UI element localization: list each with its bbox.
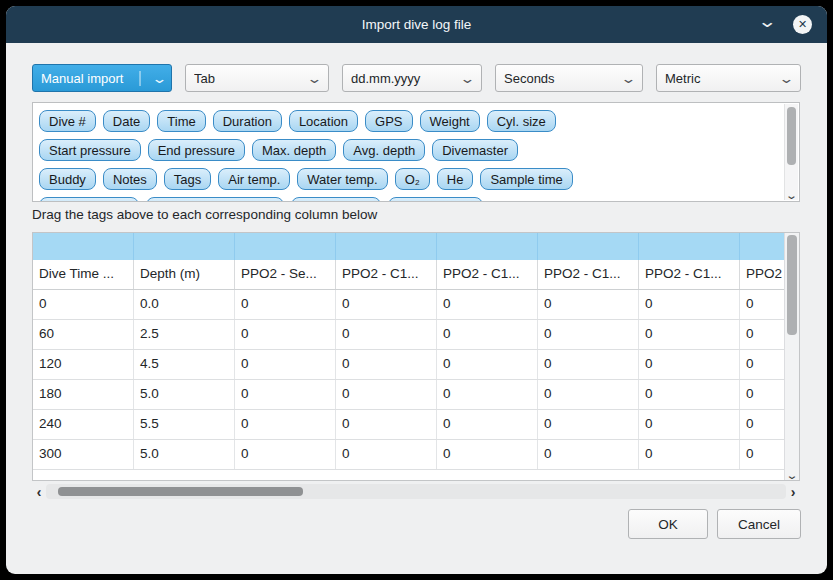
column-header: PPO2 - C1... bbox=[336, 260, 437, 289]
chevron-down-icon: ⌄ bbox=[139, 71, 167, 86]
horizontal-scrollbar-thumb[interactable] bbox=[58, 487, 303, 496]
tag-chip[interactable]: Location bbox=[289, 110, 358, 132]
table-cell: 300 bbox=[33, 440, 134, 469]
table-row[interactable]: 602.5000000 bbox=[33, 320, 784, 350]
scroll-down-icon[interactable]: ⌄ bbox=[782, 469, 802, 481]
import-mode-value: Manual import bbox=[41, 71, 137, 86]
table-row[interactable]: 1204.5000000 bbox=[33, 350, 784, 380]
tag-chip[interactable]: Sample CNS bbox=[388, 197, 483, 201]
table-cell: 0 bbox=[740, 350, 784, 379]
tag-chip[interactable]: Cyl. size bbox=[487, 110, 556, 132]
table-cell: 180 bbox=[33, 380, 134, 409]
table-cell: 120 bbox=[33, 350, 134, 379]
drop-target-cell[interactable] bbox=[134, 233, 235, 260]
tag-chip[interactable]: Divemaster bbox=[432, 139, 518, 161]
table-scrollbar[interactable]: ⌄ bbox=[784, 233, 799, 480]
table-scrollbar-thumb[interactable] bbox=[787, 235, 797, 335]
table-cell: 0 bbox=[639, 410, 740, 439]
chevron-down-icon[interactable]: ⌄ bbox=[757, 10, 777, 34]
column-header: PPO2 - Se... bbox=[235, 260, 336, 289]
scroll-left-icon[interactable]: ‹ bbox=[32, 485, 46, 499]
table-cell: 0 bbox=[740, 410, 784, 439]
tag-chip[interactable]: Sample time bbox=[480, 168, 572, 190]
ok-button[interactable]: OK bbox=[628, 509, 708, 539]
tag-chip[interactable]: Air temp. bbox=[218, 168, 290, 190]
date-format-select[interactable]: dd.mm.yyyy ⌄ bbox=[342, 64, 482, 92]
close-icon[interactable]: ✕ bbox=[793, 15, 812, 34]
table-cell: 0 bbox=[235, 320, 336, 349]
tag-chip[interactable]: Date bbox=[103, 110, 150, 132]
date-format-value: dd.mm.yyyy bbox=[351, 71, 455, 86]
tag-chip[interactable]: End pressure bbox=[148, 139, 245, 161]
tag-chip[interactable]: Max. depth bbox=[252, 139, 336, 161]
tag-chip[interactable]: Start pressure bbox=[39, 139, 141, 161]
tag-chip[interactable]: Water temp. bbox=[297, 168, 387, 190]
tag-chip[interactable]: Weight bbox=[420, 110, 480, 132]
scroll-right-icon[interactable]: › bbox=[786, 485, 800, 499]
horizontal-scrollbar-track[interactable] bbox=[46, 484, 786, 499]
chevron-down-icon: ⌄ bbox=[620, 71, 636, 86]
tags-panel: Dive #DateTimeDurationLocationGPSWeightC… bbox=[32, 102, 800, 202]
scroll-down-icon[interactable]: ⌄ bbox=[782, 189, 800, 201]
column-header: PPO2 - C1... bbox=[437, 260, 538, 289]
tag-chip[interactable]: Duration bbox=[213, 110, 282, 132]
drop-target-cell[interactable] bbox=[740, 233, 784, 260]
units-select[interactable]: Metric ⌄ bbox=[656, 64, 801, 92]
tag-chip[interactable]: Notes bbox=[103, 168, 157, 190]
table-cell: 0 bbox=[437, 320, 538, 349]
import-dialog: Import dive log file ⌄ ✕ Manual import ⌄… bbox=[6, 6, 827, 574]
tag-chip[interactable]: Time bbox=[157, 110, 205, 132]
table-header-row: Dive Time ...Depth (m)PPO2 - Se...PPO2 -… bbox=[33, 260, 784, 290]
tag-chip[interactable]: O₂ bbox=[395, 168, 430, 190]
table-row[interactable]: 3005.0000000 bbox=[33, 440, 784, 470]
tag-chip[interactable]: GPS bbox=[365, 110, 412, 132]
tag-chip[interactable]: Tags bbox=[164, 168, 211, 190]
column-header: Dive Time ... bbox=[33, 260, 134, 289]
table-cell: 5.5 bbox=[134, 410, 235, 439]
tag-chip[interactable]: Sample depth bbox=[39, 197, 139, 201]
column-drop-row bbox=[33, 233, 784, 260]
table-cell: 0 bbox=[639, 440, 740, 469]
tag-chip[interactable]: He bbox=[437, 168, 474, 190]
tag-chip[interactable]: Avg. depth bbox=[343, 139, 425, 161]
table-row[interactable]: 1805.0000000 bbox=[33, 380, 784, 410]
field-separator-select[interactable]: Tab ⌄ bbox=[185, 64, 329, 92]
cancel-button[interactable]: Cancel bbox=[717, 509, 801, 539]
instruction-label: Drag the tags above to each correspondin… bbox=[32, 207, 377, 222]
field-separator-value: Tab bbox=[194, 71, 302, 86]
tag-chip[interactable]: Sample pO₂ bbox=[291, 197, 381, 201]
tag-chip[interactable]: Buddy bbox=[39, 168, 96, 190]
drop-target-cell[interactable] bbox=[538, 233, 639, 260]
table-cell: 0 bbox=[437, 290, 538, 319]
import-mode-select[interactable]: Manual import ⌄ bbox=[32, 64, 172, 92]
drop-target-cell[interactable] bbox=[33, 233, 134, 260]
table-cell: 0 bbox=[639, 350, 740, 379]
drop-target-cell[interactable] bbox=[437, 233, 538, 260]
table-cell: 0 bbox=[336, 320, 437, 349]
table-row[interactable]: 2405.5000000 bbox=[33, 410, 784, 440]
table-cell: 0 bbox=[538, 380, 639, 409]
table-cell: 0 bbox=[639, 320, 740, 349]
tag-chip[interactable]: Sample temperature bbox=[146, 197, 284, 201]
table-cell: 0 bbox=[33, 290, 134, 319]
table-body: 00.0000000602.50000001204.50000001805.00… bbox=[33, 290, 784, 470]
table-row[interactable]: 00.0000000 bbox=[33, 290, 784, 320]
duration-format-select[interactable]: Seconds ⌄ bbox=[495, 64, 643, 92]
titlebar[interactable]: Import dive log file ⌄ ✕ bbox=[6, 6, 827, 43]
table-cell: 2.5 bbox=[134, 320, 235, 349]
table-cell: 0 bbox=[336, 440, 437, 469]
chevron-down-icon: ⌄ bbox=[459, 71, 475, 86]
tags-scrollbar[interactable]: ⌄ bbox=[784, 104, 798, 200]
chevron-down-icon: ⌄ bbox=[306, 71, 322, 86]
duration-format-value: Seconds bbox=[504, 71, 616, 86]
table-cell: 0 bbox=[639, 380, 740, 409]
table-cell: 0 bbox=[538, 290, 639, 319]
drop-target-cell[interactable] bbox=[639, 233, 740, 260]
drop-target-cell[interactable] bbox=[235, 233, 336, 260]
table-cell: 0 bbox=[235, 380, 336, 409]
horizontal-scrollbar[interactable]: ‹ › bbox=[32, 484, 800, 499]
drop-target-cell[interactable] bbox=[336, 233, 437, 260]
table-cell: 0 bbox=[437, 440, 538, 469]
tags-scrollbar-thumb[interactable] bbox=[787, 107, 796, 165]
tag-chip[interactable]: Dive # bbox=[39, 110, 96, 132]
